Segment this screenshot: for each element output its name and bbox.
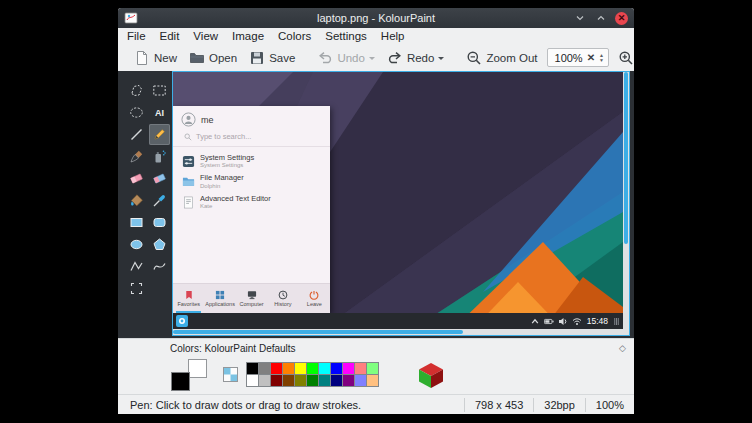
application-launcher-icon[interactable] [176,315,188,327]
statusbar: Pen: Click to draw dots or drag to draw … [118,394,634,414]
tool-pen[interactable] [149,124,170,145]
system-settings-icon [182,155,195,168]
color-picker-icon [152,193,167,208]
menu-file[interactable]: File [127,30,146,42]
system-tray [528,317,584,326]
tool-selection-elliptical[interactable] [126,102,147,123]
close-button[interactable]: ✕ [615,12,628,25]
zoom-out-button[interactable]: Zoom Out [460,47,543,69]
horizontal-scrollbar-thumb[interactable] [173,330,463,334]
launcher-search-field[interactable]: Type to search... [173,130,330,147]
tool-selection-free-form[interactable] [126,80,147,101]
canvas-image[interactable]: me Type to search... System SettingsSyst… [173,72,623,329]
brush-icon [129,149,144,164]
launcher-tab-label: Applications [205,301,235,307]
redo-icon [387,50,403,66]
rect-selection-icon [152,83,167,98]
color-eraser-icon [152,171,167,186]
menu-settings[interactable]: Settings [325,30,367,42]
leave-icon [309,290,319,300]
tool-spraycan[interactable] [149,146,170,167]
tool-selection-rectangular[interactable] [149,80,170,101]
menu-view[interactable]: View [193,30,218,42]
desktop-panel: 15:48 [173,313,623,329]
window-title: laptop.png - KolourPaint [188,12,564,24]
status-message: Pen: Click to draw dots or drag to draw … [130,399,361,411]
kolourpaint-app-icon [124,11,138,25]
colors-panel-title: Colors: KolourPaint Defaults [170,343,296,354]
launcher-tab-label: Favorites [177,301,200,307]
foreground-color-swatch[interactable] [171,372,190,391]
color-similarity-cube[interactable] [416,360,446,390]
kolourpaint-window: laptop.png - KolourPaint ✕ FileEditViewI… [118,8,634,414]
launcher-app-name: File Manager [200,174,244,183]
launcher-app[interactable]: File ManagerDolphin [173,172,330,193]
chevron-down-icon [438,57,444,63]
zoom-in-button[interactable]: Zoom In [612,47,634,69]
zoom-out-icon [466,50,482,66]
vertical-scrollbar-thumb[interactable] [624,72,628,244]
ellipse-selection-icon [129,105,144,120]
titlebar[interactable]: laptop.png - KolourPaint ✕ [118,8,634,28]
color-swatch-widget[interactable] [168,358,210,392]
open-button[interactable]: Open [183,47,243,69]
minimize-button[interactable] [573,12,586,25]
save-icon [249,50,265,66]
menu-help[interactable]: Help [381,30,405,42]
launcher-app-name: System Settings [200,154,254,163]
tool-line[interactable] [126,124,147,145]
tool-brush[interactable] [126,146,147,167]
new-button[interactable]: New [128,47,183,69]
menu-colors[interactable]: Colors [278,30,311,42]
spinner-arrows-icon[interactable]: ▲▼ [599,53,604,63]
tool-connected-lines[interactable] [126,256,147,277]
launcher-user-label: me [201,115,214,125]
launcher-tab-favorites[interactable]: Favorites [173,284,204,313]
clear-icon[interactable]: ✕ [587,52,595,63]
tool-rectangle[interactable] [126,212,147,233]
tool-flood-fill[interactable] [126,190,147,211]
status-color-depth: 32bpp [533,398,585,412]
panel-clock[interactable]: 15:48 [587,316,608,326]
launcher-tab-history[interactable]: History [267,284,298,313]
menu-image[interactable]: Image [232,30,264,42]
dock-float-icon[interactable]: ◇ [619,343,626,353]
redo-button[interactable]: Redo [381,47,451,69]
tool-curve[interactable] [149,256,170,277]
search-icon [184,133,192,141]
vertical-scrollbar[interactable] [623,72,629,329]
favorites-icon [184,290,194,300]
colors-panel: Colors: KolourPaint Defaults ◇ [118,338,634,394]
zoom-in-icon [618,50,634,66]
launcher-tab-label: Computer [239,301,263,307]
tool-rounded-rectangle[interactable] [149,212,170,233]
transparent-color-swatch[interactable] [223,367,238,382]
launcher-tab-applications[interactable]: Applications [204,284,235,313]
tool-color-picker[interactable] [149,190,170,211]
tool-eraser[interactable] [126,168,147,189]
panel-toolbox-icon[interactable] [613,317,620,326]
line-icon [129,127,144,142]
launcher-tab-computer[interactable]: Computer [236,284,267,313]
tool-zoom[interactable] [126,278,147,299]
tool-polygon[interactable] [149,234,170,255]
maximize-button[interactable] [594,12,607,25]
zoom-combobox[interactable]: 100% ✕ ▲▼ [547,48,609,67]
menu-edit[interactable]: Edit [160,30,180,42]
tool-color-eraser[interactable] [149,168,170,189]
background-color-swatch[interactable] [188,359,207,378]
save-button[interactable]: Save [243,47,301,69]
launcher-app[interactable]: System SettingsSystem Settings [173,151,330,172]
tool-text[interactable]: AI [149,102,170,123]
launcher-app-desc: Dolphin [200,183,244,190]
palette-color[interactable] [366,374,379,387]
polygon-icon [152,237,167,252]
launcher-header: me [173,106,330,130]
chevron-up-icon [530,317,540,326]
file-manager-icon [182,175,195,188]
tool-ellipse[interactable] [126,234,147,255]
undo-button[interactable]: Undo [311,47,381,69]
launcher-tab-leave[interactable]: Leave [299,284,330,313]
horizontal-scrollbar[interactable] [173,329,623,335]
launcher-app[interactable]: Advanced Text EditorKate [173,192,330,213]
